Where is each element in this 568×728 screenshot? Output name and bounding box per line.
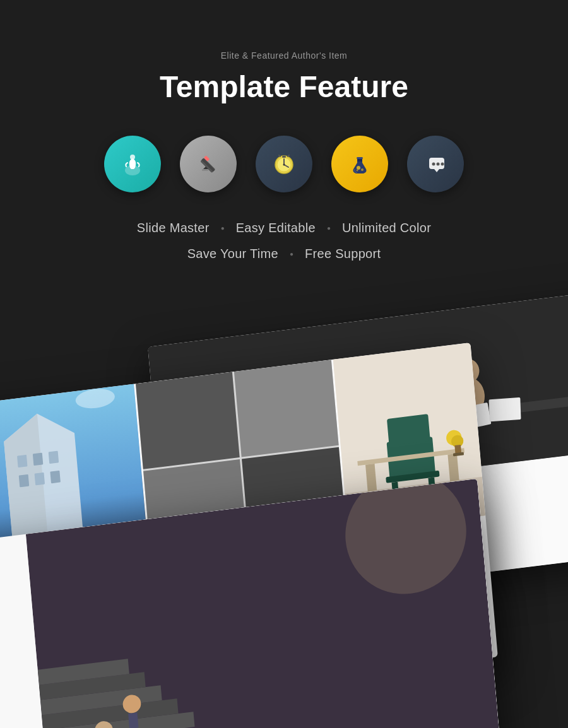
slide-date: 08-2017: [0, 548, 15, 566]
grid-cell-1: [136, 372, 240, 469]
features-row2: Save Your Time ● Free Support: [187, 247, 381, 261]
svg-point-21: [441, 162, 444, 165]
edit-icon: [180, 136, 237, 192]
svg-rect-12: [282, 156, 286, 158]
dot2: ●: [327, 225, 331, 232]
dot1: ●: [221, 225, 225, 232]
grid-cell-2: [234, 360, 339, 457]
svg-rect-32: [17, 455, 28, 468]
svg-point-19: [432, 162, 435, 165]
svg-rect-30: [488, 397, 521, 422]
features-row1: Slide Master ● Easy Editable ● Unlimited…: [137, 221, 431, 235]
feature-unlimited-color: Unlimited Color: [342, 221, 431, 235]
svg-rect-34: [49, 451, 59, 464]
dot3: ●: [290, 250, 293, 257]
feature-slide-master: Slide Master: [137, 221, 210, 235]
svg-rect-36: [35, 473, 45, 486]
svg-rect-37: [50, 471, 61, 484]
subtitle: Elite & Featured Author's Item: [221, 50, 348, 61]
feature-easy-editable: Easy Editable: [236, 221, 316, 235]
top-section: Elite & Featured Author's Item Template …: [0, 0, 568, 280]
svg-line-13: [279, 155, 280, 156]
svg-rect-35: [19, 474, 30, 488]
svg-rect-46: [387, 414, 430, 445]
svg-point-11: [283, 163, 285, 165]
svg-point-16: [357, 166, 360, 170]
svg-point-20: [436, 162, 439, 165]
svg-rect-33: [33, 453, 44, 466]
svg-point-18: [356, 169, 358, 171]
chat-icon: [407, 136, 464, 192]
feature-save-time: Save Your Time: [187, 247, 278, 261]
feature-free-support: Free Support: [305, 247, 381, 261]
touch-icon: [104, 136, 161, 192]
potion-icon: [331, 136, 388, 192]
svg-rect-5: [202, 169, 208, 171]
svg-rect-68: [128, 712, 138, 728]
svg-point-1: [130, 155, 135, 160]
svg-rect-15: [357, 157, 363, 159]
slides-container: Work in progress Professional template: [0, 293, 568, 728]
clock-icon: [256, 136, 312, 192]
icons-row: [104, 136, 464, 192]
svg-line-14: [288, 155, 289, 156]
main-title: Template Feature: [160, 69, 408, 104]
svg-point-17: [361, 168, 364, 171]
